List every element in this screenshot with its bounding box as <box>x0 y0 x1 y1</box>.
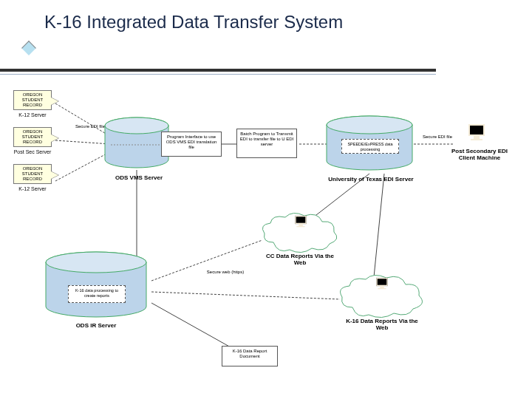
cylinder-ods-ir-text: K-16 data processing to create reports <box>68 285 126 303</box>
title-decor <box>21 41 36 55</box>
process-translate: Program Interface to use ODS VMS EDI tra… <box>161 132 222 157</box>
diagram-canvas: OREGON STUDENT RECORD K-12 Server OREGON… <box>0 81 532 399</box>
arrow-label-https: Secure web (https) <box>192 270 259 274</box>
cylinder-ods-vms <box>103 117 170 172</box>
cloud-k16-label: K-16 Data Reports Via the Web <box>341 318 423 331</box>
client-monitor-icon <box>466 124 488 143</box>
report-document: K-16 Data Report Document <box>222 346 278 366</box>
input-record-1: OREGON STUDENT RECORD <box>13 90 52 110</box>
cloud-k16-monitor-icon <box>375 278 390 291</box>
input-record-3: OREGON STUDENT RECORD <box>13 164 52 184</box>
input-record-3-sub: K-12 Server <box>13 186 52 191</box>
svg-point-4 <box>327 116 412 134</box>
svg-point-6 <box>46 252 146 273</box>
input-record-1-sub: K-12 Server <box>13 112 52 117</box>
arrow-label-edi-2: Secure EDI file <box>415 134 460 139</box>
process-transmit: Batch Program to Transmit EDI to transfe… <box>236 129 297 158</box>
divider-thin <box>0 74 436 75</box>
page-title: K-16 Integrated Data Transfer System <box>44 12 343 33</box>
cylinder-utexas-text: SPEEDE/ExPRESS data processing <box>341 139 399 154</box>
client-monitor-label: Post Secondary EDI Client Machine <box>446 148 513 161</box>
cylinder-utexas-label: University of Texas EDI Server <box>325 176 417 183</box>
cylinder-ods-vms-label: ODS VMS Server <box>109 174 168 181</box>
input-record-2: OREGON STUDENT RECORD <box>13 127 52 147</box>
input-record-2-sub: Post Sec Server <box>13 149 52 154</box>
cloud-cc-label: CC Data Reports Via the Web <box>263 253 337 266</box>
cloud-cc-monitor-icon <box>293 216 309 229</box>
cylinder-ods-ir-label: ODS IR Server <box>63 322 129 329</box>
divider-thick <box>0 69 436 72</box>
svg-point-1 <box>105 117 168 134</box>
